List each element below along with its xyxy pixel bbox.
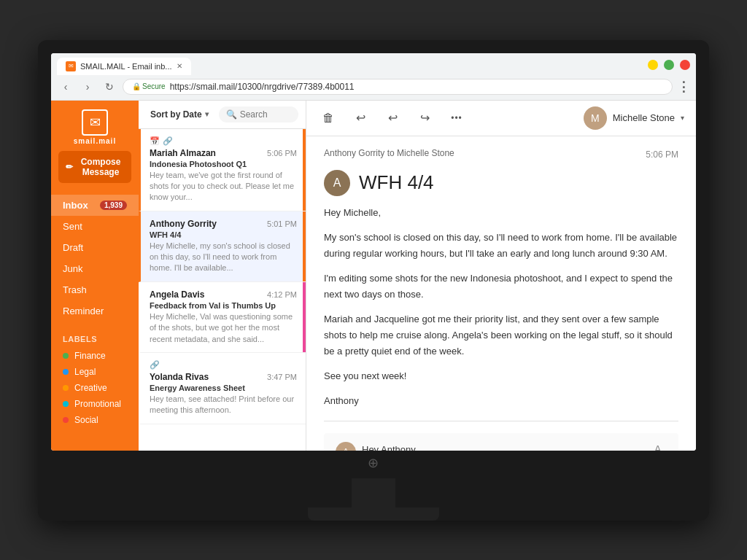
- search-input[interactable]: [240, 109, 291, 120]
- reply-avatar: A: [336, 442, 356, 450]
- reply-icon: ↩: [356, 111, 365, 125]
- user-avatar: M: [584, 106, 607, 130]
- label-dot-social: [63, 417, 69, 423]
- sort-button[interactable]: Sort by Date ▾: [146, 106, 213, 122]
- flag-orange-2: [303, 211, 306, 281]
- email-time-3: 4:12 PM: [267, 290, 297, 299]
- search-box[interactable]: 🔍: [219, 106, 298, 122]
- refresh-button[interactable]: ↻: [101, 78, 118, 96]
- reply-body: Hey Anthony, Family first! Make sure you…: [362, 442, 649, 450]
- label-finance[interactable]: Finance: [63, 348, 127, 364]
- labels-title: Labels: [63, 335, 127, 343]
- label-legal[interactable]: Legal: [63, 364, 127, 380]
- nav-items: Inbox 1,939 Sent Draft Junk Trash: [51, 189, 139, 327]
- email-item-1[interactable]: 📅 🔗 Mariah Almazan 5:06 PM Indonesia Pho…: [139, 129, 306, 211]
- label-dot-finance: [63, 353, 69, 359]
- reply-button[interactable]: ↩: [350, 108, 371, 128]
- user-info: M Michelle Stone ▾: [584, 106, 684, 130]
- forward-button[interactable]: ›: [79, 78, 96, 96]
- sidebar-item-sent[interactable]: Sent: [51, 216, 139, 237]
- more-actions-button[interactable]: •••: [446, 108, 467, 128]
- user-name: Michelle Stone: [613, 112, 675, 123]
- body-signature: Anthony: [324, 393, 678, 409]
- label-promotional[interactable]: Promotional: [63, 396, 127, 412]
- reply-header: A Hey Anthony, Family first! Make sure y…: [336, 442, 667, 450]
- email-meta: Anthony Gorrity to Michelle Stone 5:06 P…: [324, 148, 678, 161]
- email-sender-3: Angela Davis: [150, 289, 204, 300]
- sidebar-logo: ✉ smail.mail: [51, 101, 139, 151]
- email-preview-3: Hey Michelle, Val was questioning some o…: [150, 311, 297, 345]
- email-body-text: Hey Michelle, My son's school is closed …: [324, 205, 678, 410]
- tab-title: SMAIL.MAIL - Email inb...: [80, 62, 172, 71]
- window-controls: [648, 60, 690, 73]
- label-dot-creative: [63, 385, 69, 391]
- replyall-button[interactable]: ↩: [382, 108, 403, 128]
- back-button[interactable]: ‹: [57, 78, 74, 96]
- email-view-time: 5:06 PM: [646, 149, 678, 160]
- search-icon: 🔍: [226, 109, 237, 120]
- sidebar: ✉ smail.mail ✏ Compose Message Inbox 1,9…: [51, 101, 139, 451]
- email-subject-1: Indonesia Photoshoot Q1: [150, 160, 297, 168]
- sidebar-item-draft[interactable]: Draft: [51, 237, 139, 258]
- reply-attachment-icons: A 🔗: [654, 443, 667, 450]
- email-item-4[interactable]: 🔗 Yolanda Rivas 3:47 PM Energy Awareness…: [139, 353, 306, 424]
- email-reply-section: A Hey Anthony, Family first! Make sure y…: [324, 433, 678, 450]
- email-time-2: 5:01 PM: [267, 219, 297, 228]
- body-closing: See you next week!: [324, 368, 678, 384]
- email-sender-2: Anthony Gorrity: [150, 219, 217, 229]
- calendar-icon: 📅: [150, 136, 160, 146]
- email-item-3[interactable]: Angela Davis 4:12 PM Feedback from Val i…: [139, 282, 306, 353]
- label-dot-promotional: [63, 401, 69, 407]
- user-dropdown-arrow[interactable]: ▾: [681, 114, 684, 122]
- link-icon-4: 🔗: [150, 360, 160, 370]
- body-para3: Mariah and Jacqueline got me their prior…: [324, 311, 678, 359]
- forward-button[interactable]: ↪: [414, 108, 435, 128]
- inbox-badge: 1,939: [100, 201, 127, 210]
- email-item-2[interactable]: Anthony Gorrity 5:01 PM WFH 4/4 Hey Mich…: [139, 211, 306, 282]
- label-social[interactable]: Social: [63, 412, 127, 428]
- email-sender-4: Yolanda Rivas: [150, 372, 209, 382]
- url-text: https://smail.mail/10300/nrgdrive/77389.…: [170, 82, 355, 92]
- email-subject-heading: WFH 4/4: [359, 171, 434, 194]
- more-icon: •••: [451, 113, 462, 123]
- reply-letter-icon: A: [654, 443, 667, 450]
- email-item-4-icons: 🔗: [150, 360, 297, 370]
- sidebar-item-reminder[interactable]: Reminder: [51, 300, 139, 322]
- email-toolbar: 🗑 ↩ ↩ ↪ •••: [306, 101, 696, 136]
- sidebar-item-trash[interactable]: Trash: [51, 279, 139, 300]
- email-subject-4: Energy Awareness Sheet: [150, 384, 297, 392]
- body-para2: I'm editing some shots for the new Indon…: [324, 271, 678, 303]
- close-button[interactable]: [680, 60, 690, 70]
- browser-more-button[interactable]: ⋮: [677, 79, 690, 95]
- email-subject-2: WFH 4/4: [150, 230, 297, 239]
- email-preview-2: Hey Michelle, my son's school is closed …: [150, 241, 297, 274]
- compose-button[interactable]: ✏ Compose Message: [58, 151, 131, 183]
- flag-pink-3: [303, 282, 306, 352]
- email-time-4: 3:47 PM: [267, 373, 297, 381]
- delete-button[interactable]: 🗑: [318, 108, 338, 128]
- email-items: 📅 🔗 Mariah Almazan 5:06 PM Indonesia Pho…: [139, 129, 306, 451]
- sort-arrow-icon: ▾: [205, 110, 209, 118]
- logo-text: smail.mail: [74, 137, 116, 145]
- email-sender-1: Mariah Almazan: [150, 148, 216, 158]
- labels-section: Labels Finance Legal Creative: [51, 327, 139, 431]
- sidebar-item-inbox[interactable]: Inbox 1,939: [51, 195, 139, 216]
- sidebar-item-junk[interactable]: Junk: [51, 258, 139, 279]
- minimize-button[interactable]: [648, 60, 658, 70]
- forward-icon: ↪: [420, 111, 430, 125]
- flag-orange-1: [303, 129, 306, 211]
- tab-close-button[interactable]: ✕: [177, 62, 182, 70]
- label-creative[interactable]: Creative: [63, 380, 127, 396]
- email-item-1-icons: 📅 🔗: [150, 136, 297, 146]
- email-preview-1: Hey team, we've got the first round of s…: [150, 170, 297, 203]
- tab-favicon: ✉: [66, 61, 76, 71]
- body-greeting: Hey Michelle,: [324, 205, 678, 221]
- body-para1: My son's school is closed on this day, s…: [324, 230, 678, 262]
- browser-tab[interactable]: ✉ SMAIL.MAIL - Email inb... ✕: [57, 58, 191, 75]
- logo-icon: ✉: [82, 109, 108, 136]
- replyall-icon: ↩: [388, 111, 398, 125]
- email-subject-3: Feedback from Val is Thumbs Up: [150, 301, 297, 310]
- address-bar[interactable]: 🔒 Secure https://smail.mail/10300/nrgdri…: [123, 79, 673, 95]
- hp-logo-bar: ⊕: [51, 451, 696, 478]
- restore-button[interactable]: [664, 60, 674, 70]
